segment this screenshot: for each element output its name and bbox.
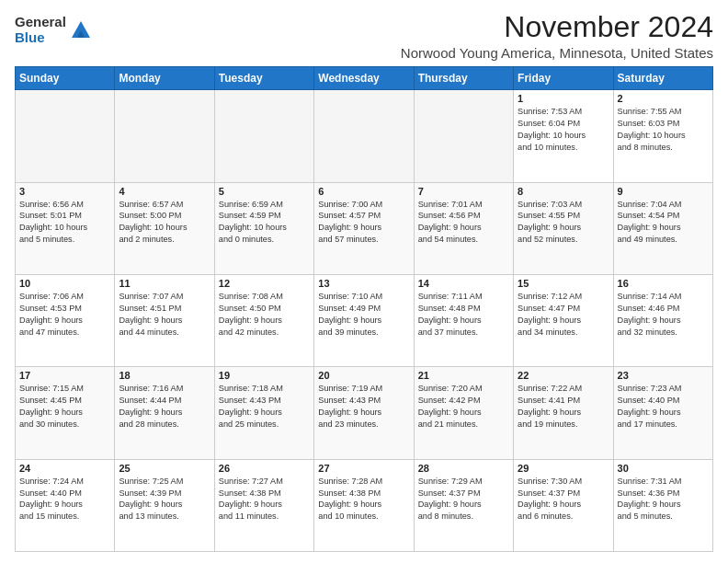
logo-icon bbox=[68, 17, 94, 43]
day-number: 28 bbox=[418, 463, 509, 474]
day-info: Sunrise: 7:24 AM Sunset: 4:40 PM Dayligh… bbox=[19, 476, 110, 523]
day-number: 14 bbox=[418, 278, 509, 289]
day-info: Sunrise: 7:22 AM Sunset: 4:41 PM Dayligh… bbox=[518, 383, 609, 431]
calendar-cell: 17Sunrise: 7:15 AM Sunset: 4:45 PM Dayli… bbox=[16, 367, 115, 459]
day-info: Sunrise: 7:06 AM Sunset: 4:53 PM Dayligh… bbox=[19, 291, 110, 339]
calendar-cell: 15Sunrise: 7:12 AM Sunset: 4:47 PM Dayli… bbox=[514, 274, 613, 366]
day-info: Sunrise: 6:57 AM Sunset: 5:00 PM Dayligh… bbox=[119, 199, 210, 247]
calendar-cell: 8Sunrise: 7:03 AM Sunset: 4:55 PM Daylig… bbox=[514, 182, 613, 274]
day-info: Sunrise: 7:18 AM Sunset: 4:43 PM Dayligh… bbox=[219, 383, 310, 431]
day-info: Sunrise: 7:31 AM Sunset: 4:36 PM Dayligh… bbox=[618, 476, 709, 523]
day-number: 19 bbox=[219, 370, 310, 381]
day-number: 1 bbox=[518, 93, 609, 104]
day-number: 29 bbox=[518, 463, 609, 474]
calendar-cell: 20Sunrise: 7:19 AM Sunset: 4:43 PM Dayli… bbox=[314, 367, 414, 459]
day-info: Sunrise: 7:12 AM Sunset: 4:47 PM Dayligh… bbox=[518, 291, 609, 339]
calendar-cell: 7Sunrise: 7:01 AM Sunset: 4:56 PM Daylig… bbox=[414, 182, 513, 274]
calendar-header-row: Sunday Monday Tuesday Wednesday Thursday… bbox=[16, 67, 713, 90]
calendar-cell: 28Sunrise: 7:29 AM Sunset: 4:37 PM Dayli… bbox=[414, 459, 513, 551]
day-number: 26 bbox=[219, 463, 310, 474]
header-wednesday: Wednesday bbox=[314, 67, 414, 90]
header-monday: Monday bbox=[115, 67, 214, 90]
calendar-cell: 11Sunrise: 7:07 AM Sunset: 4:51 PM Dayli… bbox=[115, 274, 214, 366]
day-info: Sunrise: 7:10 AM Sunset: 4:49 PM Dayligh… bbox=[318, 291, 409, 339]
day-info: Sunrise: 7:25 AM Sunset: 4:39 PM Dayligh… bbox=[119, 476, 210, 523]
day-number: 21 bbox=[418, 370, 509, 381]
day-info: Sunrise: 7:16 AM Sunset: 4:44 PM Dayligh… bbox=[119, 383, 210, 431]
header-sunday: Sunday bbox=[16, 67, 115, 90]
day-info: Sunrise: 7:15 AM Sunset: 4:45 PM Dayligh… bbox=[19, 383, 110, 431]
day-info: Sunrise: 7:01 AM Sunset: 4:56 PM Dayligh… bbox=[418, 199, 509, 247]
calendar-cell: 21Sunrise: 7:20 AM Sunset: 4:42 PM Dayli… bbox=[414, 367, 513, 459]
calendar-week-0: 1Sunrise: 7:53 AM Sunset: 6:04 PM Daylig… bbox=[16, 90, 713, 182]
day-info: Sunrise: 7:08 AM Sunset: 4:50 PM Dayligh… bbox=[219, 291, 310, 339]
month-title: November 2024 bbox=[401, 11, 713, 43]
calendar-cell bbox=[115, 90, 214, 182]
day-number: 4 bbox=[119, 186, 210, 197]
day-info: Sunrise: 7:53 AM Sunset: 6:04 PM Dayligh… bbox=[518, 106, 609, 154]
day-info: Sunrise: 7:14 AM Sunset: 4:46 PM Dayligh… bbox=[618, 291, 709, 339]
day-number: 15 bbox=[518, 278, 609, 289]
calendar-cell bbox=[214, 90, 313, 182]
calendar-cell: 29Sunrise: 7:30 AM Sunset: 4:37 PM Dayli… bbox=[514, 459, 613, 551]
logo-text: General Blue bbox=[15, 15, 66, 45]
day-number: 3 bbox=[19, 186, 110, 197]
day-number: 9 bbox=[618, 186, 709, 197]
day-number: 30 bbox=[618, 463, 709, 474]
calendar-week-1: 3Sunrise: 6:56 AM Sunset: 5:01 PM Daylig… bbox=[16, 182, 713, 274]
day-info: Sunrise: 7:19 AM Sunset: 4:43 PM Dayligh… bbox=[318, 383, 409, 431]
day-number: 27 bbox=[318, 463, 409, 474]
calendar-cell: 1Sunrise: 7:53 AM Sunset: 6:04 PM Daylig… bbox=[514, 90, 613, 182]
day-number: 12 bbox=[219, 278, 310, 289]
calendar-cell: 24Sunrise: 7:24 AM Sunset: 4:40 PM Dayli… bbox=[16, 459, 115, 551]
calendar-cell: 27Sunrise: 7:28 AM Sunset: 4:38 PM Dayli… bbox=[314, 459, 414, 551]
day-info: Sunrise: 7:28 AM Sunset: 4:38 PM Dayligh… bbox=[318, 476, 409, 523]
calendar-cell bbox=[16, 90, 115, 182]
calendar-week-3: 17Sunrise: 7:15 AM Sunset: 4:45 PM Dayli… bbox=[16, 367, 713, 459]
header-saturday: Saturday bbox=[613, 67, 712, 90]
header-thursday: Thursday bbox=[414, 67, 513, 90]
day-number: 22 bbox=[518, 370, 609, 381]
calendar-cell: 2Sunrise: 7:55 AM Sunset: 6:03 PM Daylig… bbox=[613, 90, 712, 182]
day-number: 10 bbox=[19, 278, 110, 289]
calendar-cell: 4Sunrise: 6:57 AM Sunset: 5:00 PM Daylig… bbox=[115, 182, 214, 274]
calendar-cell: 25Sunrise: 7:25 AM Sunset: 4:39 PM Dayli… bbox=[115, 459, 214, 551]
location: Norwood Young America, Minnesota, United… bbox=[401, 45, 713, 61]
calendar-table: Sunday Monday Tuesday Wednesday Thursday… bbox=[15, 66, 713, 552]
day-number: 6 bbox=[318, 186, 409, 197]
logo: General Blue bbox=[15, 15, 94, 45]
calendar-cell: 22Sunrise: 7:22 AM Sunset: 4:41 PM Dayli… bbox=[514, 367, 613, 459]
day-number: 8 bbox=[518, 186, 609, 197]
calendar-week-2: 10Sunrise: 7:06 AM Sunset: 4:53 PM Dayli… bbox=[16, 274, 713, 366]
day-number: 18 bbox=[119, 370, 210, 381]
header-tuesday: Tuesday bbox=[214, 67, 313, 90]
calendar-cell: 18Sunrise: 7:16 AM Sunset: 4:44 PM Dayli… bbox=[115, 367, 214, 459]
calendar-cell: 10Sunrise: 7:06 AM Sunset: 4:53 PM Dayli… bbox=[16, 274, 115, 366]
day-info: Sunrise: 7:20 AM Sunset: 4:42 PM Dayligh… bbox=[418, 383, 509, 431]
day-info: Sunrise: 7:04 AM Sunset: 4:54 PM Dayligh… bbox=[618, 199, 709, 247]
day-info: Sunrise: 7:27 AM Sunset: 4:38 PM Dayligh… bbox=[219, 476, 310, 523]
day-number: 13 bbox=[318, 278, 409, 289]
calendar-cell: 14Sunrise: 7:11 AM Sunset: 4:48 PM Dayli… bbox=[414, 274, 513, 366]
calendar-cell: 19Sunrise: 7:18 AM Sunset: 4:43 PM Dayli… bbox=[214, 367, 313, 459]
day-number: 25 bbox=[119, 463, 210, 474]
day-number: 2 bbox=[618, 93, 709, 104]
calendar-cell: 5Sunrise: 6:59 AM Sunset: 4:59 PM Daylig… bbox=[214, 182, 313, 274]
day-number: 24 bbox=[19, 463, 110, 474]
day-info: Sunrise: 7:00 AM Sunset: 4:57 PM Dayligh… bbox=[318, 199, 409, 247]
header: General Blue November 2024 Norwood Young… bbox=[15, 11, 713, 61]
calendar-cell: 6Sunrise: 7:00 AM Sunset: 4:57 PM Daylig… bbox=[314, 182, 414, 274]
day-info: Sunrise: 7:03 AM Sunset: 4:55 PM Dayligh… bbox=[518, 199, 609, 247]
calendar-cell: 16Sunrise: 7:14 AM Sunset: 4:46 PM Dayli… bbox=[613, 274, 712, 366]
day-number: 16 bbox=[618, 278, 709, 289]
calendar-week-4: 24Sunrise: 7:24 AM Sunset: 4:40 PM Dayli… bbox=[16, 459, 713, 551]
title-block: November 2024 Norwood Young America, Min… bbox=[401, 11, 713, 61]
header-friday: Friday bbox=[514, 67, 613, 90]
day-number: 5 bbox=[219, 186, 310, 197]
day-number: 17 bbox=[19, 370, 110, 381]
calendar-cell: 23Sunrise: 7:23 AM Sunset: 4:40 PM Dayli… bbox=[613, 367, 712, 459]
calendar-cell bbox=[414, 90, 513, 182]
day-number: 20 bbox=[318, 370, 409, 381]
day-info: Sunrise: 7:55 AM Sunset: 6:03 PM Dayligh… bbox=[618, 106, 709, 154]
day-number: 7 bbox=[418, 186, 509, 197]
